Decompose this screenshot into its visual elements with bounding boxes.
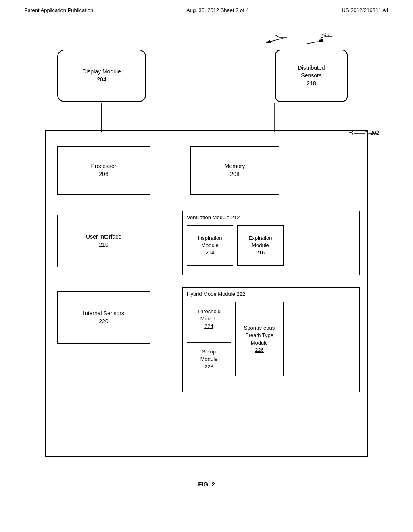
threshold-ref: 224 [204,323,213,330]
inspiration-ref: 214 [206,249,215,256]
setup-label1: Setup [202,348,216,355]
diagram-area: 200 Display Module 204 Distributed Senso… [33,29,380,473]
ventilation-module-box: Ventilation Module 212 Inspiration Modul… [182,211,360,275]
ref-202-text: 202 [370,130,379,136]
threshold-module-box: Threshold Module 224 [187,302,231,336]
spontaneous-module-box: Spontaneous Breath Type Module 226 [235,302,284,376]
ventilation-module-label: Ventilation Module 212 [187,214,240,220]
spontaneous-label1: Spontaneous [244,324,275,332]
distributed-sensors-ref: 218 [307,80,316,88]
expiration-ref: 216 [256,249,265,256]
internal-sensors-box: Internal Sensors 220 [57,291,150,344]
memory-label: Memory [225,162,245,170]
header-right: US 2012/216811 A1 [342,7,389,13]
processor-box: Processor 206 [57,146,150,195]
spontaneous-label2: Breath Type [245,332,273,339]
display-module-label: Display Module [82,68,121,76]
processor-ref: 206 [99,170,108,179]
page-header: Patent Application Publication Aug. 30, … [0,0,413,13]
distributed-sensors-box: Distributed Sensors 218 [275,50,348,102]
user-interface-ref: 210 [99,241,108,249]
hybrid-module-label: Hybrid Mode Module 222 [187,291,245,297]
setup-module-box: Setup Module 228 [187,342,231,376]
internal-sensors-label: Internal Sensors [83,310,124,318]
distributed-sensors-label2: Sensors [301,72,321,80]
setup-ref: 228 [204,363,213,370]
inspiration-label1: Inspiration [198,235,222,242]
user-interface-box: User Interface 210 [57,215,150,267]
hybrid-module-box: Hybrid Mode Module 222 Threshold Module … [182,287,360,392]
expiration-label2: Module [252,242,269,249]
header-left: Patent Application Publication [24,7,93,13]
spontaneous-label3: Module [251,339,268,347]
display-module-box: Display Module 204 [57,50,146,102]
user-interface-label: User Interface [86,233,121,241]
spontaneous-ref: 226 [255,347,264,354]
ref-200-arrow: 200 [297,33,334,49]
setup-label2: Module [200,355,218,363]
svg-text:200: 200 [321,33,330,37]
inspiration-module-box: Inspiration Module 214 [187,225,233,266]
threshold-label2: Module [200,315,218,322]
expiration-module-box: Expiration Module 216 [237,225,284,266]
header-middle: Aug. 30, 2012 Sheet 2 of 4 [186,7,249,13]
display-module-ref: 204 [97,76,106,84]
inspiration-label2: Module [201,242,219,249]
ref-200: 200 [297,33,334,50]
distributed-sensors-label1: Distributed [298,64,325,72]
memory-box: Memory 208 [190,146,279,195]
internal-sensors-ref: 220 [99,318,108,326]
memory-ref: 208 [230,170,239,179]
figure-caption: FIG. 2 [0,481,413,488]
processor-label: Processor [91,162,116,170]
expiration-label1: Expiration [249,235,272,242]
threshold-label1: Threshold [197,308,221,315]
